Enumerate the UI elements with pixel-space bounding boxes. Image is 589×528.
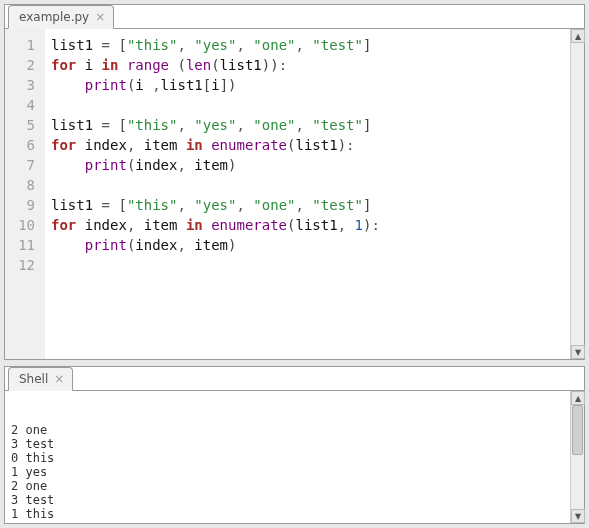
shell-output-line: 2 one bbox=[11, 479, 564, 493]
code-line: print(index, item) bbox=[51, 235, 564, 255]
code-line: print(i ,list1[i]) bbox=[51, 75, 564, 95]
scrollbar-thumb[interactable] bbox=[572, 405, 583, 455]
line-number: 11 bbox=[13, 235, 35, 255]
line-number: 1 bbox=[13, 35, 35, 55]
line-number: 12 bbox=[13, 255, 35, 275]
line-number: 7 bbox=[13, 155, 35, 175]
shell-output-line: 1 this bbox=[11, 507, 564, 521]
shell-scrollbar[interactable]: ▲ ▼ bbox=[570, 391, 584, 523]
line-number: 8 bbox=[13, 175, 35, 195]
scroll-down-icon[interactable]: ▼ bbox=[571, 345, 585, 359]
shell-panel: Shell × 2 one3 test0 this1 yes2 one3 tes… bbox=[4, 366, 585, 524]
scroll-up-icon[interactable]: ▲ bbox=[571, 391, 585, 405]
editor-tab[interactable]: example.py × bbox=[8, 5, 114, 29]
shell-tabbar: Shell × bbox=[4, 366, 73, 390]
code-line: for index, item in enumerate(list1, 1): bbox=[51, 215, 564, 235]
code-area[interactable]: list1 = ["this", "yes", "one", "test"]fo… bbox=[45, 29, 570, 359]
line-number: 6 bbox=[13, 135, 35, 155]
editor-panel: example.py × 123456789101112 list1 = ["t… bbox=[4, 4, 585, 360]
shell-content-wrap: 2 one3 test0 this1 yes2 one3 test1 this2… bbox=[5, 390, 584, 523]
shell-output-line: 2 one bbox=[11, 423, 564, 437]
close-icon[interactable]: × bbox=[95, 10, 105, 24]
editor-tabbar: example.py × bbox=[4, 4, 114, 28]
line-number: 9 bbox=[13, 195, 35, 215]
line-number: 3 bbox=[13, 75, 35, 95]
close-icon[interactable]: × bbox=[54, 372, 64, 386]
shell-tab[interactable]: Shell × bbox=[8, 367, 73, 391]
shell-output-line: 3 test bbox=[11, 437, 564, 451]
shell-output-line: 1 yes bbox=[11, 465, 564, 479]
line-number: 5 bbox=[13, 115, 35, 135]
shell-output-line: 2 yes bbox=[11, 521, 564, 523]
shell-output-line: 0 this bbox=[11, 451, 564, 465]
code-line bbox=[51, 255, 564, 275]
editor-content: 123456789101112 list1 = ["this", "yes", … bbox=[5, 28, 584, 359]
code-line: print(index, item) bbox=[51, 155, 564, 175]
editor-scrollbar[interactable]: ▲ ▼ bbox=[570, 29, 584, 359]
code-line: list1 = ["this", "yes", "one", "test"] bbox=[51, 195, 564, 215]
shell-output: 2 one3 test0 this1 yes2 one3 test1 this2… bbox=[11, 423, 564, 523]
code-line bbox=[51, 175, 564, 195]
scroll-down-icon[interactable]: ▼ bbox=[571, 509, 585, 523]
line-gutter: 123456789101112 bbox=[5, 29, 45, 359]
editor-tab-label: example.py bbox=[19, 10, 89, 24]
code-line bbox=[51, 95, 564, 115]
code-line: list1 = ["this", "yes", "one", "test"] bbox=[51, 115, 564, 135]
shell-tab-label: Shell bbox=[19, 372, 48, 386]
scroll-up-icon[interactable]: ▲ bbox=[571, 29, 585, 43]
shell-content[interactable]: 2 one3 test0 this1 yes2 one3 test1 this2… bbox=[5, 391, 570, 523]
shell-output-line: 3 test bbox=[11, 493, 564, 507]
code-line: for index, item in enumerate(list1): bbox=[51, 135, 564, 155]
code-line: list1 = ["this", "yes", "one", "test"] bbox=[51, 35, 564, 55]
line-number: 2 bbox=[13, 55, 35, 75]
code-line: for i in range (len(list1)): bbox=[51, 55, 564, 75]
line-number: 4 bbox=[13, 95, 35, 115]
line-number: 10 bbox=[13, 215, 35, 235]
